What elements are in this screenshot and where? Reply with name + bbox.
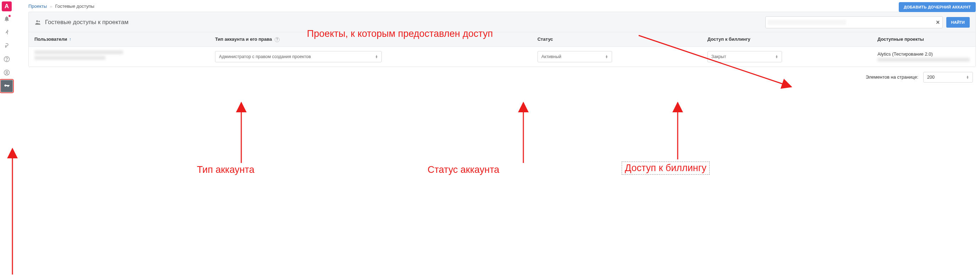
user-cell-redacted	[34, 50, 204, 63]
anno-billing: Доступ к биллингу	[622, 161, 710, 175]
col-projects-label: Доступные проекты	[877, 36, 924, 42]
access-table: Пользователи ↑ Тип аккаунта и его права …	[29, 32, 975, 66]
sidebar-profile[interactable]	[1, 66, 13, 79]
panel-header: Гостевые доступы к проектам × НАЙТИ	[29, 12, 975, 32]
table-row: Администратор с правом создания проектов…	[29, 46, 975, 66]
col-status-label: Статус	[538, 36, 553, 42]
question-icon	[3, 56, 10, 62]
main-area: Проекты ›› Гостевые доступы ДОБАВИТЬ ДОЧ…	[13, 0, 976, 82]
status-select[interactable]: Активный ▲▼	[538, 51, 612, 62]
logo[interactable]: A	[2, 2, 12, 11]
projects-cell: Alytics (Тестирование 2.0)	[877, 51, 970, 62]
users-icon	[34, 19, 41, 26]
col-users-label: Пользователи	[34, 36, 67, 42]
chevron-right-icon: ››	[50, 4, 52, 8]
breadcrumb-root[interactable]: Проекты	[29, 3, 47, 9]
arrow-status-icon	[518, 103, 529, 166]
caret-sort-icon: ▲▼	[966, 76, 969, 79]
caret-sort-icon: ▲▼	[605, 55, 608, 59]
panel-title-wrap: Гостевые доступы к проектам	[34, 19, 129, 26]
billing-value: Закрыт	[711, 54, 726, 59]
svg-point-0	[7, 30, 8, 31]
sidebar-activity[interactable]	[1, 26, 13, 38]
breadcrumb: Проекты ›› Гостевые доступы	[13, 0, 976, 12]
breadcrumb-current: Гостевые доступы	[55, 3, 94, 9]
arrow-billing-icon	[672, 103, 683, 163]
billing-select[interactable]: Закрыт ▲▼	[708, 51, 782, 62]
col-account-type-label: Тип аккаунта и его права	[215, 36, 272, 42]
clear-search-icon[interactable]: ×	[936, 19, 940, 25]
sidebar-access-keys[interactable]	[1, 80, 13, 92]
col-users[interactable]: Пользователи ↑	[29, 32, 209, 47]
left-sidebar: A	[0, 0, 13, 277]
guest-access-panel: Гостевые доступы к проектам × НАЙТИ	[29, 12, 976, 67]
key-icon	[3, 83, 10, 89]
table-header-row: Пользователи ↑ Тип аккаунта и его права …	[29, 32, 975, 47]
logo-letter: A	[5, 3, 9, 10]
col-account-type: Тип аккаунта и его права ?	[209, 32, 532, 47]
account-type-select[interactable]: Администратор с правом создания проектов…	[215, 51, 382, 62]
caret-sort-icon: ▲▼	[375, 55, 378, 59]
page-size-value: 200	[927, 75, 935, 80]
anno-account-type: Тип аккаунта	[197, 165, 255, 175]
arrow-account-type-icon	[236, 103, 247, 166]
project-name-redacted	[877, 58, 970, 62]
sidebar-bell[interactable]	[1, 13, 13, 25]
help-icon[interactable]: ?	[275, 37, 280, 42]
search-input[interactable]	[765, 16, 943, 28]
col-billing-label: Доступ к биллингу	[708, 36, 751, 42]
sort-asc-icon: ↑	[69, 37, 71, 42]
running-man-icon	[3, 29, 10, 35]
col-billing: Доступ к биллингу	[702, 32, 872, 47]
svg-point-6	[38, 21, 40, 22]
pagination: Элементов на странице: 200 ▲▼	[29, 67, 976, 82]
sidebar-billing[interactable]	[1, 40, 13, 52]
svg-point-5	[36, 20, 38, 22]
ruble-icon	[3, 43, 10, 49]
panel-title: Гостевые доступы к проектам	[45, 19, 129, 26]
search-bar: × НАЙТИ	[765, 16, 970, 28]
anno-status: Статус аккаунта	[428, 165, 499, 175]
user-circle-icon	[3, 70, 10, 76]
svg-point-4	[6, 71, 8, 73]
notification-dot-icon	[8, 14, 11, 17]
col-status: Статус	[532, 32, 702, 47]
sidebar-help[interactable]	[1, 53, 13, 65]
svg-point-2	[6, 60, 7, 61]
page-size-select[interactable]: 200 ▲▼	[923, 72, 973, 82]
caret-sort-icon: ▲▼	[775, 55, 778, 59]
find-button[interactable]: НАЙТИ	[946, 17, 970, 28]
col-projects: Доступные проекты	[872, 32, 975, 47]
page-size-label: Элементов на странице:	[866, 74, 918, 80]
project-name: Alytics (Тестирование 2.0)	[877, 51, 970, 57]
search-box: ×	[765, 16, 943, 28]
add-child-account-button[interactable]: ДОБАВИТЬ ДОЧЕРНИЙ АККАУНТ	[899, 2, 976, 12]
status-value: Активный	[541, 54, 561, 59]
account-type-value: Администратор с правом создания проектов	[219, 54, 311, 59]
